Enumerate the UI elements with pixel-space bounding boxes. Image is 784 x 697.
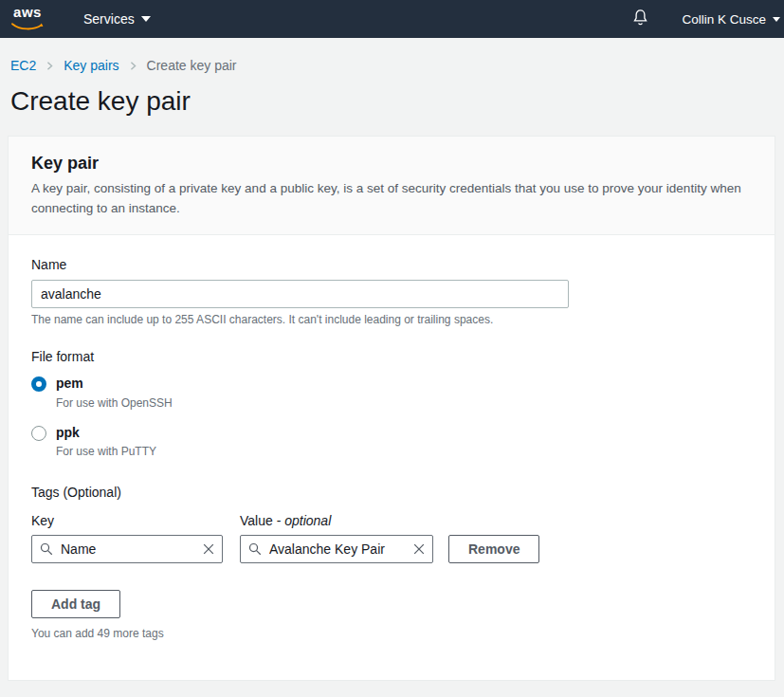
- chevron-down-icon: [141, 16, 151, 22]
- top-navigation-bar: aws Services Collin K Cusce: [0, 0, 784, 38]
- card-body: Name The name can include up to 255 ASCI…: [9, 235, 775, 681]
- tag-value-input-wrap: [240, 535, 433, 563]
- tag-row: Remove: [31, 535, 752, 563]
- tags-remaining-text: You can add 49 more tags: [31, 627, 752, 640]
- remove-tag-button[interactable]: Remove: [448, 535, 539, 563]
- tag-key-input[interactable]: [31, 535, 223, 563]
- file-format-label: File format: [31, 349, 752, 364]
- card-description: A key pair, consisting of a private key …: [31, 179, 752, 219]
- services-label: Services: [83, 11, 135, 27]
- user-account-menu[interactable]: Collin K Cusce: [682, 12, 780, 27]
- aws-smile-icon: [11, 19, 44, 34]
- radio-option-pem[interactable]: pem For use with OpenSSH: [31, 376, 752, 410]
- tags-section: Tags (Optional) Key Value - optional: [31, 485, 752, 640]
- radio-pem-label: pem: [56, 376, 173, 392]
- clear-x-icon[interactable]: [202, 542, 215, 559]
- aws-logo[interactable]: aws: [11, 5, 44, 34]
- aws-logo-text: aws: [13, 5, 42, 19]
- key-pair-form-card: Key pair A key pair, consisting of a pri…: [8, 136, 775, 681]
- user-name: Collin K Cusce: [682, 12, 766, 27]
- tag-column-labels: Key Value - optional: [31, 513, 752, 528]
- radio-ppk-label: ppk: [56, 425, 156, 441]
- radio-option-text: ppk For use with PuTTY: [56, 425, 156, 459]
- radio-pem-description: For use with OpenSSH: [56, 396, 173, 410]
- page-title: Create key pair: [10, 86, 784, 117]
- card-header: Key pair A key pair, consisting of a pri…: [9, 137, 775, 235]
- tag-key-column-label: Key: [31, 513, 240, 528]
- name-field-label: Name: [31, 257, 66, 272]
- radio-option-ppk[interactable]: ppk For use with PuTTY: [31, 425, 752, 459]
- key-pair-name-input[interactable]: [31, 280, 569, 308]
- name-field-group: Name The name can include up to 255 ASCI…: [31, 256, 752, 326]
- breadcrumb: EC2 Key pairs Create key pair: [0, 38, 784, 73]
- tag-value-column-label: Value - optional: [240, 513, 331, 528]
- radio-selected-icon[interactable]: [31, 376, 46, 392]
- breadcrumb-key-pairs-link[interactable]: Key pairs: [64, 58, 119, 73]
- clear-x-icon[interactable]: [412, 542, 426, 559]
- radio-option-text: pem For use with OpenSSH: [56, 376, 173, 410]
- tags-section-label: Tags (Optional): [31, 485, 752, 500]
- search-icon: [248, 542, 262, 559]
- chevron-right-icon: [128, 61, 138, 71]
- card-title: Key pair: [31, 154, 752, 174]
- notifications-bell-button[interactable]: [631, 9, 649, 30]
- tag-value-input[interactable]: [240, 535, 433, 563]
- chevron-right-icon: [45, 61, 55, 71]
- breadcrumb-current-page: Create key pair: [147, 58, 237, 73]
- bell-icon: [631, 9, 649, 30]
- radio-ppk-description: For use with PuTTY: [56, 445, 156, 458]
- add-tag-button[interactable]: Add tag: [31, 590, 120, 618]
- file-format-group: File format pem For use with OpenSSH ppk…: [31, 349, 752, 459]
- radio-unselected-icon[interactable]: [31, 426, 46, 441]
- chevron-down-icon: [773, 17, 780, 22]
- services-menu[interactable]: Services: [83, 11, 151, 27]
- search-icon: [40, 542, 53, 559]
- name-field-help-text: The name can include up to 255 ASCII cha…: [31, 313, 752, 326]
- tag-key-input-wrap: [31, 535, 223, 563]
- breadcrumb-ec2-link[interactable]: EC2: [10, 58, 36, 73]
